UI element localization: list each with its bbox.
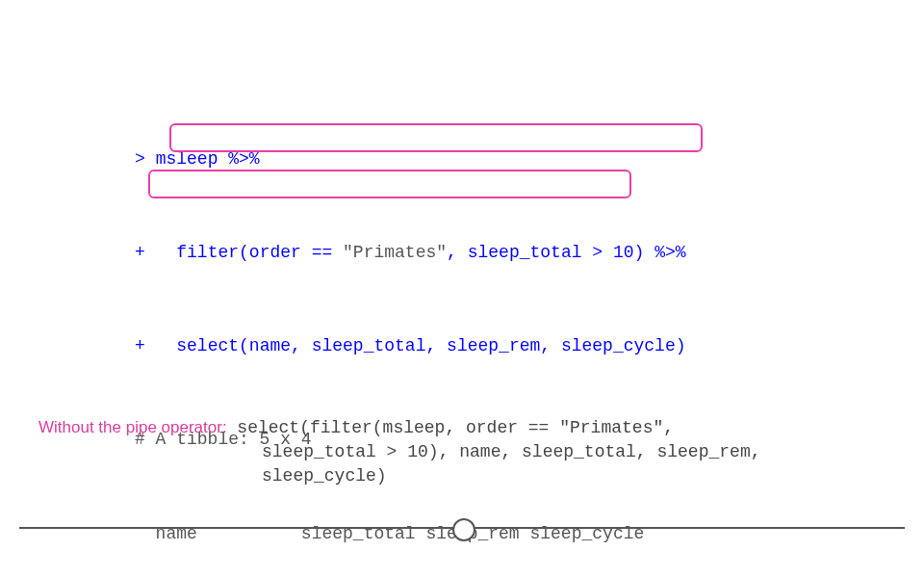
prompt: > — [135, 149, 145, 169]
slide: > msleep %>% + filter(order == "Primates… — [0, 0, 924, 578]
r-console-block: > msleep %>% + filter(order == "Primates… — [135, 77, 686, 578]
cmd2-post: , sleep_total > 10) %>% — [447, 243, 685, 262]
caption-code-line2: sleep_total > 10), name, sleep_total, sl… — [262, 440, 886, 464]
cmd1: msleep %>% — [156, 149, 260, 169]
cont-2: + — [135, 336, 145, 355]
caption-code-line3: sleep_cycle) — [262, 464, 886, 488]
caption: Without the pipe operator: select(filter… — [38, 416, 886, 489]
code-line-3: + select(name, sleep_total, sleep_rem, s… — [135, 334, 686, 357]
cont-1: + — [135, 243, 145, 262]
cmd2-pre: filter(order == — [156, 243, 343, 262]
caption-code-line1: select(filter(msleep, order == "Primates… — [237, 418, 674, 437]
divider-handle-icon — [452, 518, 475, 541]
cmd2-string: "Primates" — [343, 243, 447, 262]
caption-label: Without the pipe operator: — [38, 418, 227, 436]
cmd3: select(name, sleep_total, sleep_rem, sle… — [156, 336, 686, 355]
divider — [19, 517, 905, 540]
code-line-1: > msleep %>% — [135, 147, 686, 171]
code-line-2: + filter(order == "Primates", sleep_tota… — [135, 241, 686, 264]
